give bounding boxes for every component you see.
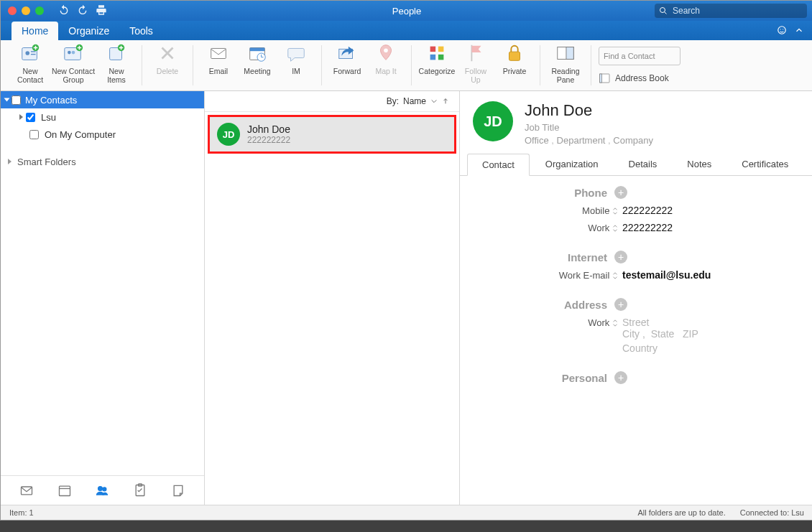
nav-calendar[interactable]: [56, 482, 73, 499]
detail-tab-organization[interactable]: Organization: [531, 154, 613, 176]
svg-point-4: [783, 29, 783, 29]
new-contact-group-button[interactable]: New Contact Group: [50, 40, 97, 85]
search-input[interactable]: [671, 5, 803, 17]
svg-line-1: [665, 12, 667, 14]
nav-mail[interactable]: [18, 482, 35, 499]
avatar: JD: [217, 123, 240, 146]
svg-rect-22: [430, 47, 436, 52]
detail-job-title[interactable]: Job Title: [525, 122, 653, 133]
work-phone-label[interactable]: Work: [474, 223, 622, 233]
status-sync: All folders are up to date.: [637, 508, 725, 517]
svg-rect-32: [59, 486, 70, 495]
status-bar: Item: 1 All folders are up to date. Conn…: [1, 505, 812, 520]
undo-icon[interactable]: [58, 4, 70, 18]
sort-header[interactable]: By: Name: [205, 91, 459, 112]
im-icon: [283, 40, 309, 66]
contact-name: John Doe: [247, 123, 290, 135]
private-button[interactable]: Private: [495, 40, 534, 85]
minimize-window-button[interactable]: [22, 6, 30, 15]
account-smiley-icon[interactable]: [777, 25, 787, 37]
svg-rect-24: [430, 55, 436, 60]
svg-rect-31: [22, 487, 32, 495]
folder-sidebar: My Contacts Lsu On My Computer Smart Fol…: [1, 91, 205, 505]
chevron-down-icon: [430, 98, 438, 105]
sidebar-item-on-my-computer[interactable]: On My Computer: [1, 126, 204, 143]
add-address-button[interactable]: +: [614, 298, 627, 311]
detail-tab-details[interactable]: Details: [614, 154, 672, 176]
redo-icon[interactable]: [77, 4, 88, 18]
follow-up-button[interactable]: Follow Up: [456, 40, 495, 85]
nav-people[interactable]: [93, 482, 111, 499]
find-contact-input[interactable]: Find a Contact: [599, 47, 680, 65]
meeting-icon: [244, 40, 270, 66]
on-my-computer-checkbox[interactable]: [29, 130, 39, 139]
tab-home[interactable]: Home: [11, 22, 58, 40]
nav-notes[interactable]: [170, 482, 187, 499]
address-type-label[interactable]: Work: [474, 317, 622, 328]
work-email-label[interactable]: Work E-mail: [474, 270, 622, 281]
email-button[interactable]: Email: [199, 40, 238, 85]
work-email-value[interactable]: testemail@lsu.edu: [622, 269, 798, 281]
new-items-button[interactable]: New Items: [97, 40, 136, 85]
email-icon: [206, 40, 231, 66]
tab-organize[interactable]: Organize: [58, 22, 119, 40]
country-value[interactable]: Country: [622, 342, 798, 354]
city-state-zip[interactable]: City , State ZIP: [622, 328, 798, 340]
new-contact-group-icon: [60, 40, 86, 66]
tab-tools[interactable]: Tools: [119, 22, 163, 40]
address-book-icon: [599, 73, 612, 84]
chevron-down-icon: [4, 98, 10, 102]
map-it-button[interactable]: Map It: [366, 40, 405, 85]
sidebar-item-lsu[interactable]: Lsu: [1, 108, 204, 126]
close-window-button[interactable]: [8, 6, 17, 15]
zoom-window-button[interactable]: [35, 6, 44, 15]
categorize-button[interactable]: Categorize: [417, 40, 456, 85]
contact-phone: 222222222: [247, 135, 290, 145]
mobile-label[interactable]: Mobile: [474, 205, 622, 216]
sort-asc-icon[interactable]: [442, 98, 449, 105]
my-contacts-checkbox[interactable]: [11, 95, 21, 105]
street-value[interactable]: Street: [622, 317, 798, 328]
section-internet: Internet+ Work E-mail testemail@lsu.edu: [474, 251, 798, 281]
detail-tab-notes[interactable]: Notes: [673, 154, 726, 176]
svg-point-12: [72, 51, 75, 55]
section-address: Address+ Work Street City , State ZIP Co…: [474, 298, 798, 354]
meeting-button[interactable]: Meeting: [238, 40, 277, 85]
svg-point-2: [778, 27, 786, 34]
delete-button[interactable]: Delete: [148, 40, 187, 85]
print-icon[interactable]: [96, 4, 107, 18]
svg-rect-23: [438, 47, 444, 52]
work-phone-value[interactable]: 222222222: [622, 222, 798, 233]
new-contact-button[interactable]: New Contact: [11, 40, 50, 85]
new-items-icon: [103, 40, 129, 66]
add-internet-button[interactable]: +: [614, 251, 627, 263]
search-icon: [659, 6, 668, 15]
svg-rect-16: [211, 48, 226, 58]
quick-access-toolbar: [58, 4, 107, 18]
ribbon: New Contact New Contact Group New Items …: [1, 40, 812, 91]
forward-button[interactable]: Forward: [328, 40, 366, 85]
flag-icon: [463, 40, 489, 66]
collapse-ribbon-icon[interactable]: [794, 25, 804, 37]
svg-point-6: [25, 51, 29, 55]
detail-tab-certificates[interactable]: Certificates: [727, 154, 803, 176]
lsu-checkbox[interactable]: [26, 113, 35, 122]
svg-rect-7: [31, 51, 36, 52]
reading-pane-button[interactable]: Reading Pane: [546, 40, 585, 85]
contact-list-item[interactable]: JD John Doe 222222222: [208, 115, 456, 154]
sidebar-my-contacts[interactable]: My Contacts: [1, 91, 204, 108]
nav-tasks[interactable]: [132, 482, 149, 499]
address-book-button[interactable]: Address Book: [599, 73, 680, 84]
add-phone-button[interactable]: +: [614, 186, 627, 199]
add-personal-button[interactable]: +: [614, 371, 627, 384]
detail-tab-contact[interactable]: Contact: [467, 154, 530, 176]
sidebar-smart-folders[interactable]: Smart Folders: [1, 153, 204, 170]
ribbon-tabs: Home Organize Tools: [1, 21, 812, 40]
im-button[interactable]: IM: [277, 40, 315, 85]
chevron-right-icon: [8, 159, 11, 164]
mobile-value[interactable]: 222222222: [622, 205, 798, 216]
global-search[interactable]: [655, 4, 807, 18]
svg-point-3: [780, 29, 781, 29]
detail-name[interactable]: John Doe: [525, 101, 653, 120]
svg-rect-18: [250, 48, 265, 52]
